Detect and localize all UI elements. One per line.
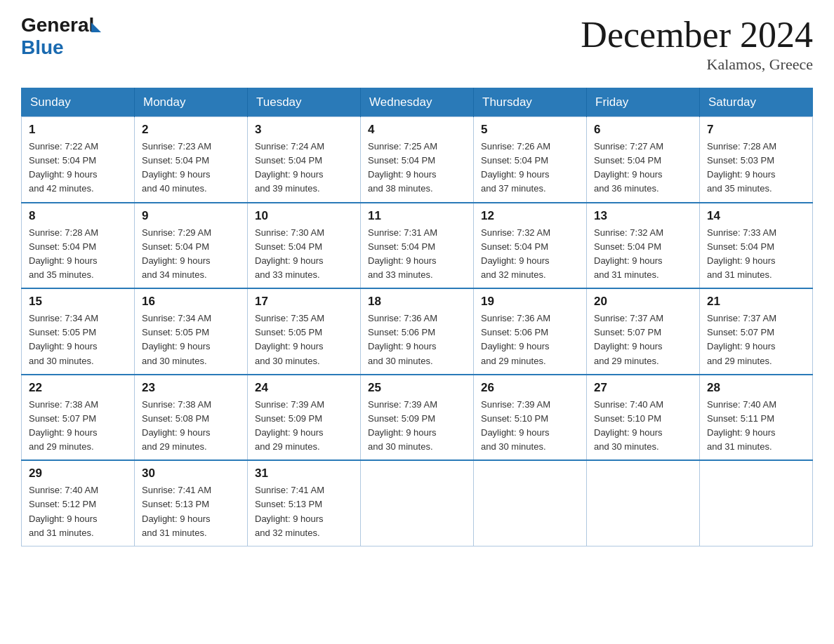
logo: General Blue <box>21 14 101 59</box>
table-row <box>474 460 587 546</box>
day-info: Sunrise: 7:24 AMSunset: 5:04 PMDaylight:… <box>255 141 324 194</box>
day-number: 3 <box>255 123 353 137</box>
table-row <box>587 460 700 546</box>
day-info: Sunrise: 7:40 AMSunset: 5:12 PMDaylight:… <box>29 485 98 537</box>
day-number: 16 <box>142 295 240 309</box>
table-row: 13 Sunrise: 7:32 AMSunset: 5:04 PMDaylig… <box>587 203 700 289</box>
calendar-subtitle: Kalamos, Greece <box>581 55 813 74</box>
table-row: 12 Sunrise: 7:32 AMSunset: 5:04 PMDaylig… <box>474 203 587 289</box>
header-friday: Friday <box>587 88 700 117</box>
page-header: General Blue December 2024 Kalamos, Gree… <box>21 14 813 74</box>
table-row: 25 Sunrise: 7:39 AMSunset: 5:09 PMDaylig… <box>361 375 474 461</box>
table-row: 5 Sunrise: 7:26 AMSunset: 5:04 PMDayligh… <box>474 117 587 203</box>
table-row: 3 Sunrise: 7:24 AMSunset: 5:04 PMDayligh… <box>248 117 361 203</box>
table-row: 26 Sunrise: 7:39 AMSunset: 5:10 PMDaylig… <box>474 375 587 461</box>
day-info: Sunrise: 7:37 AMSunset: 5:07 PMDaylight:… <box>707 313 776 365</box>
table-row: 17 Sunrise: 7:35 AMSunset: 5:05 PMDaylig… <box>248 288 361 375</box>
logo-text-blue: Blue <box>21 36 101 59</box>
table-row: 9 Sunrise: 7:29 AMSunset: 5:04 PMDayligh… <box>135 203 248 289</box>
table-row: 10 Sunrise: 7:30 AMSunset: 5:04 PMDaylig… <box>248 203 361 289</box>
table-row: 24 Sunrise: 7:39 AMSunset: 5:09 PMDaylig… <box>248 375 361 461</box>
day-number: 17 <box>255 295 353 309</box>
day-info: Sunrise: 7:26 AMSunset: 5:04 PMDaylight:… <box>481 141 550 194</box>
day-info: Sunrise: 7:34 AMSunset: 5:05 PMDaylight:… <box>29 313 98 365</box>
day-info: Sunrise: 7:30 AMSunset: 5:04 PMDaylight:… <box>255 227 324 280</box>
day-info: Sunrise: 7:38 AMSunset: 5:08 PMDaylight:… <box>142 399 211 452</box>
table-row: 31 Sunrise: 7:41 AMSunset: 5:13 PMDaylig… <box>248 460 361 546</box>
day-info: Sunrise: 7:25 AMSunset: 5:04 PMDaylight:… <box>368 141 437 194</box>
table-row: 18 Sunrise: 7:36 AMSunset: 5:06 PMDaylig… <box>361 288 474 375</box>
day-info: Sunrise: 7:28 AMSunset: 5:03 PMDaylight:… <box>707 141 776 194</box>
day-info: Sunrise: 7:23 AMSunset: 5:04 PMDaylight:… <box>142 141 211 194</box>
calendar-table: Sunday Monday Tuesday Wednesday Thursday… <box>21 88 813 546</box>
calendar-week-row: 8 Sunrise: 7:28 AMSunset: 5:04 PMDayligh… <box>22 203 813 289</box>
day-number: 28 <box>707 381 805 395</box>
header-saturday: Saturday <box>700 88 813 117</box>
day-number: 27 <box>594 381 692 395</box>
table-row: 23 Sunrise: 7:38 AMSunset: 5:08 PMDaylig… <box>135 375 248 461</box>
day-number: 7 <box>707 123 805 137</box>
day-info: Sunrise: 7:38 AMSunset: 5:07 PMDaylight:… <box>29 399 98 452</box>
day-number: 20 <box>594 295 692 309</box>
table-row: 27 Sunrise: 7:40 AMSunset: 5:10 PMDaylig… <box>587 375 700 461</box>
header-tuesday: Tuesday <box>248 88 361 117</box>
calendar-week-row: 22 Sunrise: 7:38 AMSunset: 5:07 PMDaylig… <box>22 375 813 461</box>
table-row: 11 Sunrise: 7:31 AMSunset: 5:04 PMDaylig… <box>361 203 474 289</box>
table-row: 21 Sunrise: 7:37 AMSunset: 5:07 PMDaylig… <box>700 288 813 375</box>
day-number: 19 <box>481 295 579 309</box>
table-row <box>361 460 474 546</box>
header-wednesday: Wednesday <box>361 88 474 117</box>
table-row: 30 Sunrise: 7:41 AMSunset: 5:13 PMDaylig… <box>135 460 248 546</box>
calendar-week-row: 15 Sunrise: 7:34 AMSunset: 5:05 PMDaylig… <box>22 288 813 375</box>
header-sunday: Sunday <box>22 88 135 117</box>
day-number: 9 <box>142 209 240 223</box>
day-info: Sunrise: 7:32 AMSunset: 5:04 PMDaylight:… <box>594 227 663 280</box>
day-number: 11 <box>368 209 466 223</box>
calendar-title: December 2024 <box>581 14 813 55</box>
day-info: Sunrise: 7:31 AMSunset: 5:04 PMDaylight:… <box>368 227 437 280</box>
day-number: 24 <box>255 381 353 395</box>
table-row: 8 Sunrise: 7:28 AMSunset: 5:04 PMDayligh… <box>22 203 135 289</box>
table-row <box>700 460 813 546</box>
day-info: Sunrise: 7:36 AMSunset: 5:06 PMDaylight:… <box>481 313 550 365</box>
day-number: 21 <box>707 295 805 309</box>
day-number: 18 <box>368 295 466 309</box>
day-number: 13 <box>594 209 692 223</box>
day-number: 6 <box>594 123 692 137</box>
table-row: 20 Sunrise: 7:37 AMSunset: 5:07 PMDaylig… <box>587 288 700 375</box>
table-row: 2 Sunrise: 7:23 AMSunset: 5:04 PMDayligh… <box>135 117 248 203</box>
day-info: Sunrise: 7:32 AMSunset: 5:04 PMDaylight:… <box>481 227 550 280</box>
day-number: 23 <box>142 381 240 395</box>
day-number: 31 <box>255 467 353 481</box>
calendar-header-row: Sunday Monday Tuesday Wednesday Thursday… <box>22 88 813 117</box>
logo-arrow-icon <box>91 22 101 32</box>
logo-text-general: General <box>21 14 94 36</box>
title-area: December 2024 Kalamos, Greece <box>581 14 813 74</box>
day-info: Sunrise: 7:41 AMSunset: 5:13 PMDaylight:… <box>255 485 324 537</box>
day-info: Sunrise: 7:29 AMSunset: 5:04 PMDaylight:… <box>142 227 211 280</box>
day-info: Sunrise: 7:36 AMSunset: 5:06 PMDaylight:… <box>368 313 437 365</box>
table-row: 29 Sunrise: 7:40 AMSunset: 5:12 PMDaylig… <box>22 460 135 546</box>
calendar-week-row: 29 Sunrise: 7:40 AMSunset: 5:12 PMDaylig… <box>22 460 813 546</box>
day-number: 4 <box>368 123 466 137</box>
day-info: Sunrise: 7:33 AMSunset: 5:04 PMDaylight:… <box>707 227 776 280</box>
day-info: Sunrise: 7:35 AMSunset: 5:05 PMDaylight:… <box>255 313 324 365</box>
day-number: 8 <box>29 209 127 223</box>
table-row: 1 Sunrise: 7:22 AMSunset: 5:04 PMDayligh… <box>22 117 135 203</box>
day-info: Sunrise: 7:37 AMSunset: 5:07 PMDaylight:… <box>594 313 663 365</box>
day-number: 25 <box>368 381 466 395</box>
day-number: 26 <box>481 381 579 395</box>
day-number: 15 <box>29 295 127 309</box>
table-row: 6 Sunrise: 7:27 AMSunset: 5:04 PMDayligh… <box>587 117 700 203</box>
table-row: 4 Sunrise: 7:25 AMSunset: 5:04 PMDayligh… <box>361 117 474 203</box>
day-info: Sunrise: 7:27 AMSunset: 5:04 PMDaylight:… <box>594 141 663 194</box>
day-info: Sunrise: 7:41 AMSunset: 5:13 PMDaylight:… <box>142 485 211 537</box>
day-number: 2 <box>142 123 240 137</box>
day-number: 14 <box>707 209 805 223</box>
day-number: 10 <box>255 209 353 223</box>
day-number: 1 <box>29 123 127 137</box>
table-row: 22 Sunrise: 7:38 AMSunset: 5:07 PMDaylig… <box>22 375 135 461</box>
day-number: 29 <box>29 467 127 481</box>
day-info: Sunrise: 7:40 AMSunset: 5:11 PMDaylight:… <box>707 399 776 452</box>
day-info: Sunrise: 7:40 AMSunset: 5:10 PMDaylight:… <box>594 399 663 452</box>
